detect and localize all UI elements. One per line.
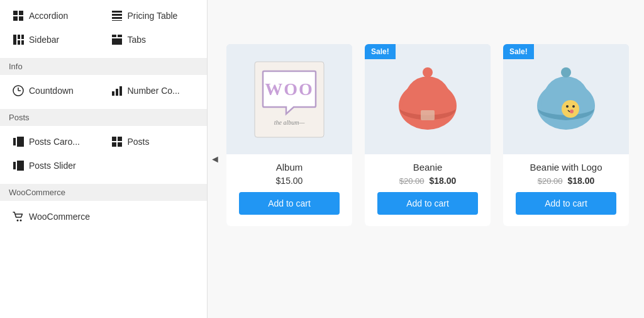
- product-info-album: Album $15.00 Add to cart: [226, 154, 352, 226]
- tabs-icon: [111, 34, 123, 45]
- sidebar-item-accordion[interactable]: Accordion: [6, 5, 103, 26]
- clock-icon: [13, 85, 24, 96]
- sidebar-item-woocommerce[interactable]: WooCommerce: [6, 206, 103, 227]
- product-name-beanie-logo: Beanie with Logo: [509, 162, 623, 173]
- svg-rect-19: [112, 91, 114, 96]
- svg-text:WOO: WOO: [265, 79, 314, 99]
- sidebar-section-info: Countdown Number Co...: [0, 75, 207, 106]
- svg-rect-8: [13, 35, 16, 45]
- svg-rect-36: [421, 110, 435, 120]
- svg-rect-26: [112, 142, 116, 147]
- accordion-label: Accordion: [29, 11, 68, 21]
- add-to-cart-beanie-logo[interactable]: Add to cart: [516, 192, 616, 215]
- product-card-album: WOO the album— Album $15.00 Add to cart: [226, 44, 352, 226]
- svg-point-30: [17, 220, 19, 222]
- countdown-label: Countdown: [29, 86, 74, 96]
- product-name-beanie: Beanie: [371, 162, 484, 173]
- add-to-cart-beanie[interactable]: Add to cart: [377, 192, 478, 215]
- accordion-icon: [13, 10, 24, 21]
- section-header-info: Info: [0, 58, 207, 75]
- pricing-table-icon: [111, 10, 123, 21]
- svg-point-39: [562, 100, 579, 118]
- product-price-album: $15.00: [233, 176, 346, 186]
- sidebar-item-posts-carousel[interactable]: Posts Caro...: [6, 131, 103, 152]
- sidebar-item-countdown[interactable]: Countdown: [6, 80, 103, 101]
- sidebar-item-posts[interactable]: Posts: [105, 131, 201, 152]
- product-card-beanie: Sale! Beanie $20.00 $: [365, 44, 491, 226]
- pricing-table-label: Pricing Table: [128, 11, 178, 21]
- svg-rect-13: [112, 35, 116, 37]
- cart-icon: [13, 211, 24, 222]
- svg-rect-27: [118, 142, 122, 147]
- svg-rect-7: [112, 20, 122, 21]
- add-to-cart-album[interactable]: Add to cart: [239, 192, 340, 215]
- svg-rect-3: [19, 16, 23, 21]
- sidebar-section-woocommerce: WooCommerce: [0, 201, 207, 232]
- carousel-icon: [13, 136, 24, 147]
- sidebar: Accordion Pricing Table: [0, 0, 208, 318]
- tabs-label: Tabs: [128, 35, 147, 45]
- section-header-woocommerce: WooCommerce: [0, 184, 207, 201]
- posts-label: Posts: [128, 137, 150, 147]
- svg-point-43: [561, 67, 571, 77]
- svg-rect-25: [118, 137, 122, 141]
- svg-rect-23: [17, 137, 24, 147]
- sidebar-item-tabs[interactable]: Tabs: [105, 29, 201, 50]
- price-value-album: $15.00: [276, 176, 303, 186]
- svg-rect-22: [13, 138, 16, 145]
- svg-point-40: [566, 105, 569, 108]
- price-original-beanie-logo: $20.00: [538, 176, 563, 186]
- sidebar-section-posts: Posts Caro... Posts Posts Slider: [0, 126, 207, 181]
- svg-text:the  album—: the album—: [274, 119, 305, 126]
- svg-rect-12: [21, 40, 24, 45]
- svg-point-31: [20, 220, 22, 222]
- posts-slider-label: Posts Slider: [29, 161, 76, 171]
- bar-chart-icon: [111, 85, 123, 96]
- product-card-beanie-logo: Sale!: [503, 44, 629, 226]
- sidebar-icon: [13, 34, 24, 45]
- posts-icon: [111, 136, 123, 147]
- svg-rect-24: [112, 137, 116, 141]
- sidebar-section-layout: Accordion Pricing Table: [0, 0, 207, 55]
- svg-point-37: [423, 67, 433, 77]
- svg-rect-15: [112, 38, 122, 45]
- svg-rect-4: [112, 11, 122, 13]
- svg-rect-9: [18, 35, 20, 39]
- product-image-beanie: Sale!: [365, 44, 491, 154]
- svg-rect-20: [116, 89, 118, 96]
- products-grid: WOO the album— Album $15.00 Add to cart …: [226, 44, 619, 226]
- product-price-beanie-logo: $20.00 $18.00: [509, 176, 623, 186]
- product-name-album: Album: [233, 162, 346, 173]
- scroll-left-handle[interactable]: ◄: [208, 152, 223, 167]
- product-image-album: WOO the album—: [226, 44, 352, 154]
- sidebar-item-posts-slider[interactable]: Posts Slider: [6, 155, 103, 176]
- price-sale-beanie: $18.00: [429, 176, 456, 186]
- svg-rect-28: [13, 162, 16, 169]
- price-sale-beanie-logo: $18.00: [567, 176, 594, 186]
- svg-rect-10: [21, 35, 24, 39]
- svg-rect-2: [13, 16, 18, 21]
- svg-point-41: [572, 105, 575, 108]
- sale-badge-beanie: Sale!: [365, 44, 396, 59]
- svg-rect-0: [13, 11, 18, 15]
- svg-rect-21: [119, 86, 122, 96]
- price-original-beanie: $20.00: [399, 176, 425, 186]
- svg-rect-14: [118, 35, 122, 37]
- sidebar-item-number-counter[interactable]: Number Co...: [105, 80, 201, 101]
- sidebar-label: Sidebar: [29, 35, 59, 45]
- product-image-beanie-logo: Sale!: [503, 44, 629, 154]
- product-price-beanie: $20.00 $18.00: [371, 176, 484, 186]
- woocommerce-label: WooCommerce: [29, 212, 90, 222]
- main-content: ◄ WOO the album— Album $15.00: [208, 0, 644, 318]
- section-header-posts: Posts: [0, 109, 207, 126]
- svg-rect-5: [112, 14, 122, 16]
- svg-rect-1: [19, 11, 23, 15]
- sidebar-item-sidebar[interactable]: Sidebar: [6, 29, 103, 50]
- svg-rect-11: [18, 40, 20, 45]
- svg-point-42: [570, 110, 574, 113]
- posts-carousel-label: Posts Caro...: [29, 137, 80, 147]
- sidebar-item-pricing-table[interactable]: Pricing Table: [105, 5, 201, 26]
- product-info-beanie-logo: Beanie with Logo $20.00 $18.00 Add to ca…: [503, 154, 629, 226]
- product-info-beanie: Beanie $20.00 $18.00 Add to cart: [365, 154, 491, 226]
- svg-rect-29: [17, 161, 24, 171]
